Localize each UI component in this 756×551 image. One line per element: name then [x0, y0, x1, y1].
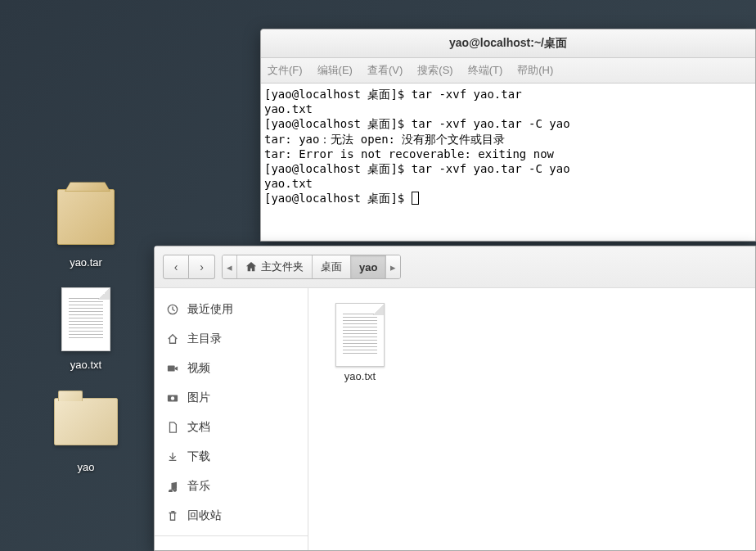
sidebar-item-recent[interactable]: 最近使用 — [155, 295, 308, 324]
terminal-title[interactable]: yao@localhost:~/桌面 — [261, 29, 755, 58]
folder-icon — [53, 389, 119, 454]
icon-label: yao.tar — [70, 256, 102, 269]
icon-label: yao — [78, 461, 95, 473]
icon-label: yao.txt — [70, 359, 101, 371]
file-manager-toolbar: ‹ › ◂ 主文件夹 桌面 yao ▸ — [155, 246, 755, 288]
terminal-window: yao@localhost:~/桌面 文件(F) 编辑(E) 查看(V) 搜索(… — [260, 29, 756, 242]
file-item[interactable]: yao.txt — [323, 303, 397, 382]
file-manager-body: 最近使用 主目录 视频 图片 文档 下载 — [155, 288, 755, 550]
path-home[interactable]: 主文件夹 — [237, 255, 313, 278]
chevron-left-icon: ‹ — [174, 260, 178, 273]
desktop-icon-textfile[interactable]: yao.txt — [49, 287, 123, 371]
divider — [155, 535, 308, 536]
textfile-icon — [335, 303, 385, 367]
clock-icon — [166, 303, 179, 316]
desktop-icon-archive[interactable]: yao.tar — [49, 184, 123, 269]
path-label: 桌面 — [321, 260, 342, 274]
svg-point-3 — [171, 396, 174, 400]
menu-file[interactable]: 文件(F) — [264, 61, 306, 79]
camera-icon — [166, 391, 179, 404]
archive-icon — [53, 184, 119, 250]
sidebar-item-pictures[interactable]: 图片 — [155, 383, 308, 413]
music-icon — [166, 480, 179, 493]
download-icon — [166, 450, 179, 463]
path-segment-yao[interactable]: yao — [351, 255, 386, 278]
desktop-icon-folder[interactable]: yao — [49, 389, 123, 473]
sidebar-label: 主目录 — [187, 332, 222, 346]
path-scroll-right[interactable]: ▸ — [386, 255, 400, 278]
file-list[interactable]: yao.txt — [308, 288, 755, 550]
triangle-right-icon: ▸ — [390, 261, 396, 273]
textfile-icon — [53, 287, 119, 352]
nav-back-button[interactable]: ‹ — [163, 255, 189, 279]
sidebar-item-music[interactable]: 音乐 — [155, 472, 308, 501]
sidebar-label: 回收站 — [187, 508, 222, 523]
sidebar: 最近使用 主目录 视频 图片 文档 下载 — [155, 288, 308, 550]
document-icon — [166, 421, 179, 434]
sidebar-label: 视频 — [187, 361, 210, 376]
video-icon — [166, 362, 179, 375]
path-label: yao — [359, 261, 377, 273]
sidebar-item-videos[interactable]: 视频 — [155, 354, 308, 383]
menu-search[interactable]: 搜索(S) — [414, 61, 456, 79]
sidebar-item-downloads[interactable]: 下载 — [155, 442, 308, 472]
desktop-icons: yao.tar yao.txt yao — [49, 184, 123, 473]
menu-edit[interactable]: 编辑(E) — [314, 61, 356, 79]
chevron-right-icon: › — [200, 260, 204, 273]
home-icon — [245, 261, 257, 273]
sidebar-label: 图片 — [187, 391, 210, 405]
sidebar-label: 文档 — [187, 420, 210, 435]
file-manager-window: ‹ › ◂ 主文件夹 桌面 yao ▸ 最近使用 主目录 — [154, 246, 756, 551]
path-scroll-left[interactable]: ◂ — [223, 255, 237, 278]
menu-view[interactable]: 查看(V) — [364, 61, 406, 79]
path-segment-desktop[interactable]: 桌面 — [313, 255, 351, 278]
svg-rect-1 — [168, 366, 175, 372]
home-icon — [166, 332, 179, 346]
sidebar-label: 下载 — [187, 449, 210, 464]
sidebar-label: 音乐 — [187, 479, 210, 494]
terminal-menubar: 文件(F) 编辑(E) 查看(V) 搜索(S) 终端(T) 帮助(H) — [261, 58, 755, 84]
nav-buttons: ‹ › — [163, 255, 215, 279]
menu-terminal[interactable]: 终端(T) — [465, 61, 506, 79]
sidebar-item-trash[interactable]: 回收站 — [155, 501, 308, 531]
menu-help[interactable]: 帮助(H) — [514, 61, 556, 79]
terminal-body[interactable]: [yao@localhost 桌面]$ tar -xvf yao.tar yao… — [261, 84, 755, 241]
sidebar-item-documents[interactable]: 文档 — [155, 413, 308, 442]
nav-forward-button[interactable]: › — [189, 255, 215, 279]
path-bar: ◂ 主文件夹 桌面 yao ▸ — [222, 255, 401, 279]
file-label: yao.txt — [344, 370, 376, 382]
path-label: 主文件夹 — [261, 260, 304, 274]
trash-icon — [166, 509, 179, 522]
sidebar-label: 最近使用 — [187, 302, 233, 317]
triangle-left-icon: ◂ — [227, 261, 232, 273]
sidebar-item-home[interactable]: 主目录 — [155, 324, 308, 354]
